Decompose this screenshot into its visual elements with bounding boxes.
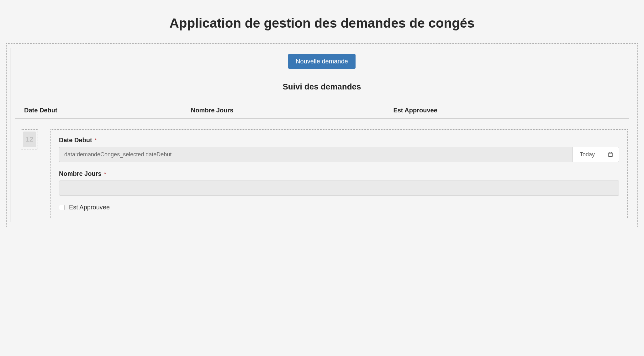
est-approuvee-checkbox[interactable] xyxy=(59,205,65,210)
field-est-approuvee: Est Approuvee xyxy=(59,204,619,211)
detail-row: 12 Date Debut * Today xyxy=(21,129,629,218)
label-est-approuvee: Est Approuvee xyxy=(69,204,110,211)
day-badge-container: 12 xyxy=(21,129,38,149)
calendar-icon xyxy=(608,152,613,157)
field-nombre-jours: Nombre Jours * xyxy=(59,170,619,196)
action-bar: Nouvelle demande xyxy=(15,51,629,74)
day-number-badge: 12 xyxy=(23,132,36,147)
new-request-button[interactable]: Nouvelle demande xyxy=(288,54,356,69)
nombre-jours-input[interactable] xyxy=(59,181,619,196)
today-button[interactable]: Today xyxy=(573,147,602,162)
page-title: Application de gestion des demandes de c… xyxy=(6,16,638,31)
column-header-date-debut: Date Debut xyxy=(24,107,191,114)
table-header-row: Date Debut Nombre Jours Est Approuvee xyxy=(15,104,629,119)
tracking-heading: Suivi des demandes xyxy=(15,82,629,92)
required-star-date-debut: * xyxy=(95,138,97,143)
calendar-button[interactable] xyxy=(602,147,619,162)
column-header-nombre-jours: Nombre Jours xyxy=(191,107,393,114)
column-header-est-approuvee: Est Approuvee xyxy=(393,107,620,114)
label-nombre-jours: Nombre Jours xyxy=(59,170,102,177)
inner-panel: Nouvelle demande Suivi des demandes Date… xyxy=(10,48,633,222)
field-date-debut: Date Debut * Today xyxy=(59,137,619,162)
form-panel: Date Debut * Today xyxy=(50,129,628,218)
date-debut-input[interactable] xyxy=(59,147,573,162)
label-date-debut: Date Debut xyxy=(59,137,92,144)
outer-panel: Nouvelle demande Suivi des demandes Date… xyxy=(6,43,638,227)
required-star-nombre-jours: * xyxy=(104,171,106,177)
